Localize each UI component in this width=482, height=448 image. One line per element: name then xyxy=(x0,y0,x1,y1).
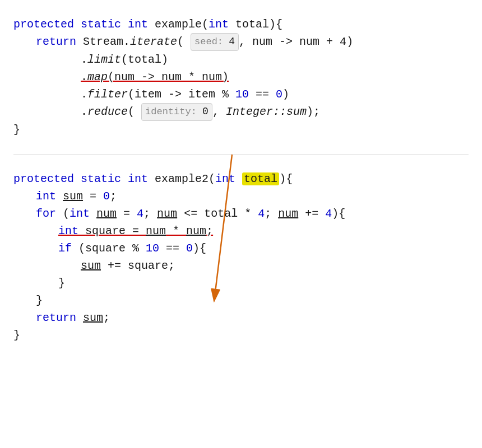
for-inc: += xyxy=(298,207,325,220)
kw-return: return xyxy=(36,35,83,48)
tooltip-seed: seed: 4 xyxy=(191,33,239,51)
var-num-sq2: num xyxy=(186,225,206,237)
stream-iterate: Stream.iterate( xyxy=(83,35,191,48)
method-map: .map(num -> num * num) xyxy=(81,71,229,83)
kw-int: int xyxy=(128,18,155,31)
for-semi2: ; xyxy=(265,207,278,220)
semicolon-sq: ; xyxy=(206,225,213,237)
var-num-inc: num xyxy=(278,207,298,220)
code-block-1: protected static int example(int total){… xyxy=(13,10,469,144)
kw-int-sq: int xyxy=(58,225,85,237)
close-brace-for: } xyxy=(36,294,43,307)
for-semi1: ; xyxy=(143,207,157,220)
fn-example2: example2( xyxy=(155,172,215,185)
kw-int-for: int xyxy=(69,207,96,220)
if-eq: == xyxy=(159,242,186,255)
line-6: .reduce( identity: 0, Integer::sum); xyxy=(13,103,469,121)
line-m4: int square = num * num; xyxy=(13,222,469,240)
line-m10: } xyxy=(13,326,469,344)
num-0-filter: 0 xyxy=(276,88,282,101)
for-lte: <= total * xyxy=(177,207,258,220)
code-editor: protected static int example(int total){… xyxy=(13,10,469,349)
section-divider xyxy=(13,154,469,155)
if-close: ){ xyxy=(193,242,206,255)
num-4-inc: 4 xyxy=(325,207,332,220)
method-limit: .limit(total) xyxy=(81,53,168,66)
kw-int-3: int xyxy=(128,172,155,185)
method-filter: .filter(item -> item % xyxy=(81,88,235,101)
int-square-line: int square = num * num; xyxy=(58,225,213,237)
var-sum-inc: sum xyxy=(81,259,101,272)
kw-static-2: static xyxy=(81,172,128,185)
var-sum-decl: sum xyxy=(63,190,83,203)
var-num-for: num xyxy=(96,207,117,220)
kw-for: for xyxy=(36,207,63,220)
line-4: .map(num -> num * num) xyxy=(13,68,469,86)
var-sum-return: sum xyxy=(83,311,103,324)
for-close: ){ xyxy=(332,207,345,220)
num-0-if: 0 xyxy=(186,242,193,255)
close-brace-if: } xyxy=(58,277,65,290)
line-3: .limit(total) xyxy=(13,51,469,68)
if-open: (square % xyxy=(78,242,146,255)
var-square-decl: square = xyxy=(85,225,146,237)
reduce-rest: , Integer::sum); xyxy=(212,105,320,118)
kw-protected: protected xyxy=(13,18,81,31)
line-1: protected static int example(int total){ xyxy=(13,16,469,33)
line-7: } xyxy=(13,121,469,138)
kw-int2: int xyxy=(208,18,235,31)
line-m2: int sum = 0; xyxy=(13,188,469,205)
sum-assign: = xyxy=(83,190,103,203)
param-total: total){ xyxy=(235,18,282,31)
kw-protected-2: protected xyxy=(13,172,81,185)
var-num-sq1: num xyxy=(146,225,166,237)
close-brace-2: } xyxy=(13,329,20,342)
for-open: ( xyxy=(63,207,69,220)
kw-return-2: return xyxy=(36,311,83,324)
line-m1: protected static int example2(int total)… xyxy=(13,170,469,188)
example2-brace: ){ xyxy=(279,172,293,185)
sum-plus: += square; xyxy=(101,259,175,272)
kw-int-sum: int xyxy=(36,190,63,203)
tooltip-identity: identity: 0 xyxy=(141,103,212,121)
var-num-cond: num xyxy=(157,207,177,220)
semicolon-sum: ; xyxy=(110,190,117,203)
line-m3: for (int num = 4; num <= total * 4; num … xyxy=(13,205,469,222)
num-10-if: 10 xyxy=(146,242,159,255)
for-assign: = xyxy=(117,207,137,220)
num-0-sum: 0 xyxy=(103,190,110,203)
filter-rest: == xyxy=(249,88,276,101)
param-total-2: total xyxy=(242,172,279,185)
code-block-2: protected static int example2(int total)… xyxy=(13,165,469,349)
line-5: .filter(item -> item % 10 == 0) xyxy=(13,86,469,103)
kw-static: static xyxy=(81,18,128,31)
line-m6: sum += square; xyxy=(13,257,469,274)
lambda-num: , num -> num + 4) xyxy=(239,35,353,48)
filter-close: ) xyxy=(282,88,289,101)
line-m7: } xyxy=(13,274,469,292)
line-2: return Stream.iterate( seed: 4, num -> n… xyxy=(13,33,469,51)
num-4-cond: 4 xyxy=(258,207,265,220)
kw-if: if xyxy=(58,242,78,255)
line-m8: } xyxy=(13,292,469,309)
method-reduce: .reduce( xyxy=(81,105,141,118)
num-10-filter: 10 xyxy=(235,88,249,101)
fn-example: example( xyxy=(155,18,208,31)
mult-sq: * xyxy=(166,225,186,237)
line-m5: if (square % 10 == 0){ xyxy=(13,240,469,257)
semicolon-return: ; xyxy=(103,311,110,324)
kw-int-4: int xyxy=(215,172,242,185)
num-4-for: 4 xyxy=(137,207,143,220)
close-brace-1: } xyxy=(13,123,20,136)
line-m9: return sum; xyxy=(13,309,469,326)
